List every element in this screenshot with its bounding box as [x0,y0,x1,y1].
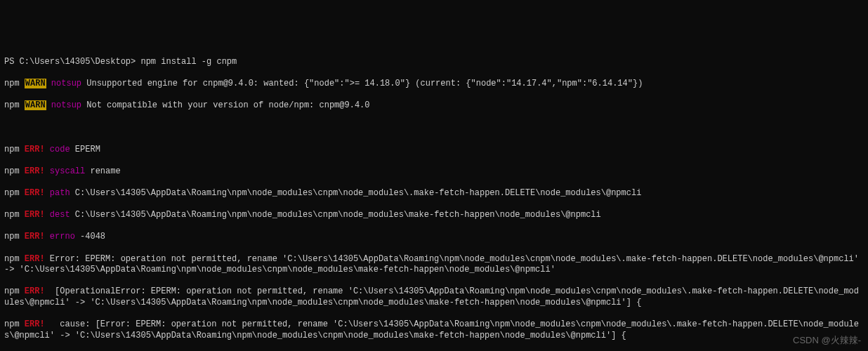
err-errno-label: errno [45,232,80,241]
err-dest-label: dest [45,210,75,220]
err-tag: ERR! [25,254,45,264]
err-tag: ERR! [25,210,45,220]
npm-tag: npm [4,145,25,154]
npm-tag: npm [4,166,25,176]
err-path-val: C:\Users\14305\AppData\Roaming\npm\node_… [75,188,642,198]
warn-msg: Unsupported engine for cnpm@9.4.0: wante… [86,79,643,88]
err-tag: ERR! [25,232,45,241]
err-code-label: code [45,145,75,154]
npm-tag: npm [4,286,25,296]
typed-command: npm install -g cnpm [140,57,237,67]
err-syscall-label: syscall [45,166,91,176]
notsup-tag: notsup [46,100,87,110]
terminal-output[interactable]: PS C:\Users\14305\Desktop> npm install -… [4,46,864,351]
npm-tag: npm [4,254,25,264]
warn-tag: WARN [25,79,46,88]
npm-tag: npm [4,210,25,220]
notsup-tag: notsup [46,79,87,88]
err-path-label: path [45,188,75,198]
err-tag: ERR! [25,145,45,154]
warn-msg: Not compatible with your version of node… [86,100,369,110]
warn-tag: WARN [25,100,46,110]
err-detail: [OperationalError: EPERM: operation not … [4,286,859,307]
err-detail: Error: EPERM: operation not permitted, r… [4,254,864,275]
err-errno-val: -4048 [80,232,105,241]
err-tag: ERR! [25,188,45,198]
err-tag: ERR! [25,166,45,176]
npm-tag: npm [4,79,25,88]
npm-tag: npm [4,188,25,198]
npm-tag: npm [4,100,25,110]
err-syscall-val: rename [90,166,120,176]
prompt: PS C:\Users\14305\Desktop> [4,57,140,67]
watermark: CSDN @火辣辣- [793,335,861,347]
err-detail: cause: [Error: EPERM: operation not perm… [4,319,859,340]
err-code-val: EPERM [75,145,100,154]
err-tag: ERR! [25,319,45,329]
err-tag: ERR! [25,286,45,296]
npm-tag: npm [4,319,25,329]
err-dest-val: C:\Users\14305\AppData\Roaming\npm\node_… [75,210,601,220]
npm-tag: npm [4,232,25,241]
